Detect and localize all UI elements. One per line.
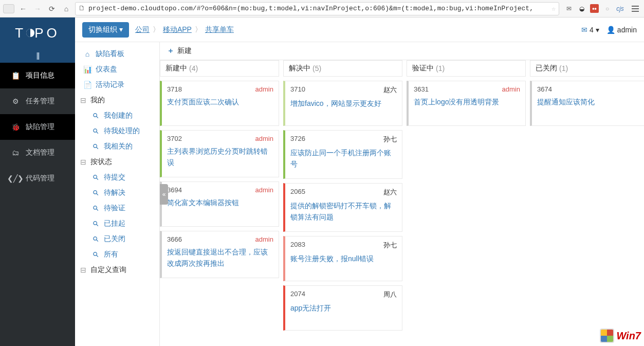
nav2-top-2[interactable]: 📄活动记录 — [75, 77, 159, 93]
mail-icon: ✉ — [581, 26, 587, 34]
search-icon: ⚲ — [90, 218, 102, 230]
nav2-item-label: 所有 — [104, 250, 118, 259]
nav2-item-label: 我相关的 — [104, 142, 133, 151]
nav2-label: 缺陷看板 — [96, 49, 124, 59]
nav2-group-2[interactable]: ⊟自定义查询 — [75, 262, 159, 278]
nav2-label: 仪表盘 — [96, 65, 117, 74]
board-toolbar: ＋ 新建 — [160, 42, 644, 60]
column-title: 验证中 — [412, 64, 434, 73]
bug-owner: 赵六 — [383, 188, 397, 197]
nav2-item-label: 已关闭 — [104, 234, 125, 244]
bug-card[interactable]: 3710赵六增加favico，网站显示更友好 — [283, 81, 402, 126]
bug-card[interactable]: 3631admin首页上logo没有用透明背景 — [407, 81, 526, 126]
address-bar[interactable]: 🗋 project-demo.cloudtopo.com/#?o=606&n=(… — [75, 2, 559, 15]
bug-title: 提醒通知应该简化 — [537, 96, 643, 107]
nav2-item-0-2[interactable]: ⚲我相关的 — [75, 139, 159, 154]
mail-badge[interactable]: ✉ 4 ▾ — [581, 26, 599, 34]
nav2-item-0-0[interactable]: ⚲我创建的 — [75, 108, 159, 123]
board: ＋ 新建 新建中 (4)3718admin支付页面应该二次确认3702admin… — [160, 42, 644, 346]
bug-id: 3718 — [167, 85, 182, 93]
nav2-group-0[interactable]: ⊟我的 — [75, 93, 159, 108]
page-icon: 🗋 — [79, 5, 85, 12]
bug-owner: admin — [255, 85, 273, 93]
column-header[interactable]: 新建中 (4) — [160, 60, 279, 77]
bug-card[interactable]: 3674提醒通知应该简化 — [530, 81, 644, 126]
bug-id: 3674 — [537, 85, 552, 93]
circle-ext-icon[interactable]: ○ — [603, 4, 612, 13]
bug-card[interactable]: 3702admin主列表界浏览历史分页时跳转错误 — [160, 130, 279, 177]
rail-item-4[interactable]: ❮╱❯代码管理 — [0, 166, 75, 191]
new-bug-button[interactable]: ＋ 新建 — [167, 46, 192, 56]
user-menu[interactable]: 👤 admin — [606, 26, 637, 34]
bug-card[interactable]: 3726孙七应该防止同一个手机注册两个账号 — [283, 130, 402, 179]
back-button[interactable]: ← — [17, 3, 29, 15]
bug-title: 提供的解锁密码打不开车锁，解锁算法有问题 — [290, 200, 397, 223]
pocket-ext-icon[interactable]: ◒ — [577, 4, 586, 13]
rail-item-3[interactable]: 🗂文档管理 — [0, 140, 75, 166]
bug-id: 2083 — [290, 241, 305, 250]
bug-id: 2074 — [290, 290, 305, 299]
lastpass-ext-icon[interactable]: •• — [590, 4, 599, 13]
logo-letter: P — [34, 25, 46, 41]
nav2-item-1-4[interactable]: ⚲已关闭 — [75, 231, 159, 247]
nav2-group-label: 自定义查询 — [90, 265, 126, 275]
caret-down-icon: ▾ — [596, 26, 599, 34]
nav-collapse-handle[interactable]: « — [160, 184, 168, 205]
column-title: 已关闭 — [536, 64, 557, 73]
column-header[interactable]: 已关闭 (1) — [530, 60, 644, 77]
cjs-ext-icon[interactable]: cjs — [616, 4, 624, 13]
kanban-column-0: 新建中 (4)3718admin支付页面应该二次确认3702admin主列表界浏… — [160, 60, 279, 341]
bug-owner: 赵六 — [383, 85, 397, 95]
expander-icon: ⊟ — [80, 158, 86, 166]
nav2-item-1-2[interactable]: ⚲待验证 — [75, 201, 159, 216]
rail-item-0[interactable]: 📋项目信息 — [0, 63, 75, 88]
new-tab-icon[interactable] — [3, 4, 14, 13]
bug-owner: admin — [255, 235, 273, 243]
search-icon: ⚲ — [90, 172, 102, 184]
bug-card[interactable]: 2065赵六提供的解锁密码打不开车锁，解锁算法有问题 — [283, 183, 402, 232]
nav2-item-1-0[interactable]: ⚲待提交 — [75, 170, 159, 185]
rail-item-1[interactable]: ⚙任务管理 — [0, 88, 75, 114]
nav2-item-label: 待提交 — [104, 173, 125, 182]
bug-card[interactable]: 3666admin按返回键直接退出不合理，应该改成两次按再推出 — [160, 231, 279, 278]
star-icon[interactable]: ☆ — [551, 5, 556, 13]
rail-item-label: 缺陷管理 — [26, 122, 54, 132]
breadcrumb-link[interactable]: 移动APP — [163, 25, 192, 34]
search-icon: ⚲ — [90, 187, 102, 199]
breadcrumb-link[interactable]: 共享单车 — [205, 25, 234, 34]
logo[interactable]: T P O — [0, 17, 75, 48]
bug-card[interactable]: 2074周八app无法打开 — [283, 285, 402, 331]
nav2-item-1-5[interactable]: ⚲所有 — [75, 247, 159, 262]
column-header[interactable]: 验证中 (1) — [407, 60, 526, 77]
topbar-right: ✉ 4 ▾ 👤 admin — [581, 26, 637, 34]
switch-org-button[interactable]: 切换组织 ▾ — [82, 22, 129, 38]
bug-card[interactable]: 3718admin支付页面应该二次确认 — [160, 81, 279, 126]
bug-id: 3702 — [167, 135, 182, 142]
reload-button[interactable]: ⟳ — [46, 3, 58, 15]
bug-title: app无法打开 — [290, 302, 397, 314]
nav2-top-0[interactable]: ⌂缺陷看板 — [75, 46, 159, 62]
breadcrumb-sep: 〉 — [153, 25, 160, 34]
nav2-item-label: 我创建的 — [104, 111, 133, 120]
rail-collapse-toggle[interactable]: ||| — [0, 48, 75, 63]
bug-card[interactable]: 2083孙七账号注册失败，报null错误 — [283, 236, 402, 281]
mail-ext-icon[interactable]: ✉ — [564, 4, 573, 13]
plus-icon: ＋ — [167, 46, 174, 56]
rail-item-2[interactable]: 🐞缺陷管理 — [0, 114, 75, 140]
breadcrumb-link[interactable]: 公司 — [135, 25, 150, 34]
bug-title: 应该防止同一个手机注册两个账号 — [290, 147, 397, 170]
bug-card[interactable]: 3694admin简化富文本编辑器按钮 — [160, 181, 279, 227]
new-bug-label: 新建 — [177, 46, 192, 56]
nav2-group-1[interactable]: ⊟按状态 — [75, 154, 159, 170]
browser-chrome: ← → ⟳ ⌂ 🗋 project-demo.cloudtopo.com/#?o… — [0, 0, 644, 17]
home-button[interactable]: ⌂ — [61, 3, 72, 15]
column-header[interactable]: 解决中 (5) — [283, 60, 402, 77]
nav2-group-label: 按状态 — [90, 157, 112, 167]
nav2-item-1-3[interactable]: ⚲已挂起 — [75, 216, 159, 231]
browser-menu-icon[interactable] — [630, 3, 641, 15]
nav2-item-1-1[interactable]: ⚲待解决 — [75, 185, 159, 201]
nav2-item-0-1[interactable]: ⚲待我处理的 — [75, 123, 159, 139]
extensions: ✉ ◒ •• ○ cjs — [562, 4, 627, 13]
rail-item-label: 文档管理 — [26, 148, 54, 157]
nav2-top-1[interactable]: 📊仪表盘 — [75, 62, 159, 77]
